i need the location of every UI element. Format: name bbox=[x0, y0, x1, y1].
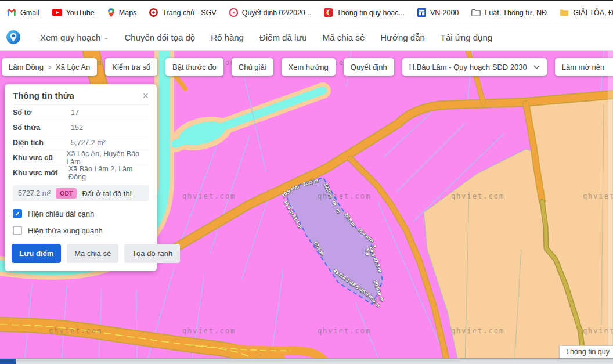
chip-label: Quyết định bbox=[351, 63, 387, 71]
map-toolbar: Lâm Đồng > Xã Lộc An Kiểm tra sổ Bật thư… bbox=[2, 58, 613, 76]
land-use-name: Đất ở tại đô thị bbox=[82, 189, 131, 198]
nav-chuyen-doi-toa-do[interactable]: Chuyển đổi tọa độ bbox=[124, 33, 195, 42]
chevron-down-icon: ⌄ bbox=[103, 34, 109, 41]
bookmark-label: GIẢI TỎA, ĐỀN BÙ... bbox=[573, 9, 613, 17]
legend-button[interactable]: Chú giải bbox=[232, 58, 273, 76]
row-value: 17 bbox=[71, 109, 79, 117]
bookmark-trang-chu-sgv[interactable]: Trang chủ - SGV bbox=[149, 8, 216, 17]
breadcrumb-ward[interactable]: Xã Lộc An bbox=[56, 63, 90, 71]
nav-huong-dan[interactable]: Hướng dẫn bbox=[380, 33, 425, 42]
nav-label: Xem quy hoạch bbox=[40, 33, 100, 42]
view-direction-button[interactable]: Xem hướng bbox=[282, 58, 336, 76]
close-icon[interactable]: × bbox=[142, 92, 149, 100]
site-nav-bar: Xem quy hoạch⌄ Chuyển đổi tọa độ Rổ hàng… bbox=[0, 24, 613, 51]
nav-ma-chia-se[interactable]: Mã chia sẻ bbox=[323, 33, 365, 42]
map-watermark: qhviet.com bbox=[182, 192, 236, 200]
nav-tai-ung-dung[interactable]: Tải ứng dụng bbox=[441, 33, 492, 42]
map-watermark: qhviet.com bbox=[451, 192, 504, 200]
yellow-folder-icon bbox=[560, 9, 569, 16]
folder-icon bbox=[471, 9, 481, 16]
bookmark-maps[interactable]: Maps bbox=[107, 8, 137, 17]
bookmark-vn2000[interactable]: VN-2000 bbox=[417, 8, 459, 17]
share-code-button[interactable]: Mã chia sẻ bbox=[67, 244, 118, 263]
breadcrumb-province[interactable]: Lâm Đồng bbox=[9, 63, 44, 71]
fade-basemap-control: Làm mờ nền bbox=[555, 58, 613, 76]
bookmark-label: VN-2000 bbox=[430, 9, 459, 17]
breadcrumb[interactable]: Lâm Đồng > Xã Lộc An bbox=[2, 58, 97, 76]
land-use-code-badge: ODT bbox=[56, 188, 77, 199]
bookmark-label: Trang chủ - SGV bbox=[162, 9, 216, 17]
bookmark-gmail[interactable]: Gmail bbox=[7, 9, 39, 17]
vertical-scrollbar[interactable] bbox=[608, 51, 613, 358]
decision-button[interactable]: Quyết định bbox=[344, 58, 394, 76]
boundary-coords-button[interactable]: Tọa độ ranh bbox=[124, 244, 180, 263]
map-watermark: qhviet.com bbox=[318, 327, 371, 335]
red-target-icon bbox=[149, 8, 158, 17]
nav-label: Rổ hàng bbox=[211, 33, 244, 42]
bookmark-label: Thông tin quy hoạc... bbox=[337, 9, 405, 17]
blue-grid-icon bbox=[417, 8, 426, 17]
bookmark-label: Gmail bbox=[20, 9, 39, 17]
chip-label: Xem hướng bbox=[289, 63, 329, 71]
app-logo-icon[interactable] bbox=[6, 30, 21, 45]
checkbox-checked-icon[interactable]: ✓ bbox=[13, 209, 22, 218]
map-canvas[interactable]: qhviet.comqhviet.comqhviet.comqhviet.com… bbox=[0, 51, 613, 364]
row-value: 5,727.2 m² bbox=[71, 139, 106, 147]
layer-select-dropdown[interactable]: H.Bảo Lâm - Quy hoạch SDĐ 2030 bbox=[402, 58, 547, 76]
bookmark-label: Luật, Thông tư, NĐ bbox=[485, 9, 547, 17]
maps-pin-icon bbox=[107, 8, 115, 17]
bookmark-folder-giai-toa[interactable]: GIẢI TỎA, ĐỀN BÙ... bbox=[560, 9, 613, 17]
nav-diem-da-luu[interactable]: Điểm đã lưu bbox=[259, 33, 307, 42]
bookmark-thong-tin-quy-hoach[interactable]: Thông tin quy hoạc... bbox=[324, 8, 405, 17]
chip-label: Bật thước đo bbox=[172, 63, 217, 71]
checkbox-label: Hiện thửa xung quanh bbox=[28, 226, 103, 235]
info-row-so-to: Số tờ 17 bbox=[13, 104, 149, 120]
scrollbar-thumb[interactable] bbox=[0, 359, 16, 364]
bookmark-label: Maps bbox=[119, 9, 137, 17]
land-use-area: 5727.2 m² bbox=[18, 189, 51, 197]
ruler-toggle-button[interactable]: Bật thước đo bbox=[165, 58, 223, 76]
layer-select-value: H.Bảo Lâm - Quy hoạch SDĐ 2030 bbox=[409, 63, 527, 71]
row-label: Diện tích bbox=[13, 139, 71, 147]
gmail-icon bbox=[7, 9, 16, 17]
info-row-khu-vuc-cu: Khu vực cũ Xã Lộc An, Huyện Bảo Lâm bbox=[13, 150, 149, 165]
red-square-icon bbox=[324, 8, 333, 17]
map-watermark: qhviet.com bbox=[182, 327, 236, 335]
row-label: Khu vực cũ bbox=[13, 154, 66, 162]
nav-ro-hang[interactable]: Rổ hàng bbox=[211, 33, 244, 42]
checkbox-unchecked-icon[interactable] bbox=[13, 226, 22, 235]
horizontal-scrollbar[interactable] bbox=[0, 358, 613, 364]
bookmark-quyet-dinh[interactable]: Quyết định 02/2020... bbox=[229, 8, 312, 17]
row-label: Khu vực mới bbox=[13, 169, 68, 177]
panel-title: Thông tin thửa bbox=[13, 91, 74, 100]
row-value: Xã Bảo Lâm 2, Lâm Đồng bbox=[68, 165, 149, 181]
bookmark-youtube[interactable]: YouTube bbox=[52, 9, 95, 17]
map-watermark: qhviet.com bbox=[49, 327, 102, 335]
red-ring-icon bbox=[229, 8, 238, 17]
check-book-button[interactable]: Kiểm tra sổ bbox=[105, 58, 157, 76]
info-row-so-thua: Số thửa 152 bbox=[13, 120, 149, 135]
chip-label: Chú giải bbox=[239, 63, 266, 71]
row-label: Số thửa bbox=[13, 124, 71, 132]
youtube-icon bbox=[52, 9, 62, 16]
map-watermark: qhviet.com bbox=[451, 327, 504, 335]
chevron-down-icon bbox=[533, 65, 540, 69]
nav-xem-quy-hoach[interactable]: Xem quy hoạch⌄ bbox=[40, 33, 109, 42]
bookmarks-bar: Gmail YouTube Maps Trang chủ - SGV Quyết… bbox=[0, 1, 613, 24]
nav-label: Điểm đã lưu bbox=[259, 33, 307, 42]
save-point-button[interactable]: Lưu điểm bbox=[12, 244, 61, 263]
toggle-edge-lengths[interactable]: ✓ Hiện chiều dài cạnh bbox=[13, 209, 149, 218]
status-tooltip: Thông tin quy bbox=[559, 345, 613, 359]
row-label: Số tờ bbox=[13, 109, 71, 117]
nav-label: Tải ứng dụng bbox=[441, 33, 492, 42]
bookmark-folder-luat[interactable]: Luật, Thông tư, NĐ bbox=[471, 9, 547, 17]
bookmark-label: YouTube bbox=[66, 9, 95, 17]
row-value: Xã Lộc An, Huyện Bảo Lâm bbox=[66, 150, 149, 166]
map-watermark: qhviet.com bbox=[318, 192, 371, 200]
nav-label: Mã chia sẻ bbox=[323, 33, 365, 42]
info-row-dien-tich: Diện tích 5,727.2 m² bbox=[13, 135, 149, 150]
nav-label: Hướng dẫn bbox=[380, 33, 425, 42]
parcel-info-panel: Thông tin thửa × Số tờ 17 Số thửa 152 Di… bbox=[5, 84, 157, 271]
row-value: 152 bbox=[71, 124, 83, 132]
toggle-neighbor-parcels[interactable]: Hiện thửa xung quanh bbox=[13, 226, 149, 235]
